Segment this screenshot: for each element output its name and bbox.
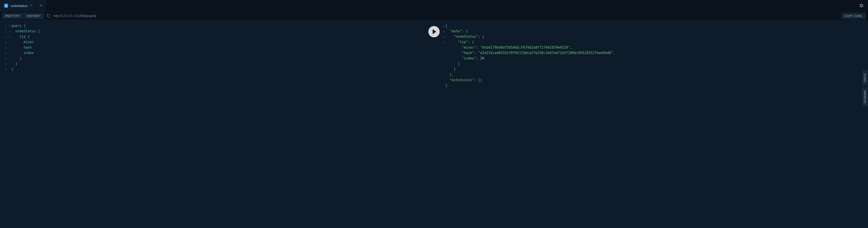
schema-tab[interactable]: SCHEMA <box>862 87 868 106</box>
query-editor[interactable]: 1▼query {2▼ nodeStatus {3▼ tip {4 miner5… <box>0 20 434 228</box>
main-split: 1▼query {2▼ nodeStatus {3▼ tip {4 miner5… <box>0 20 868 228</box>
docs-tab[interactable]: DOCS <box>862 70 868 85</box>
response-viewer: ▼{ ▼ "data": { ▼ "nodeStatus": { ▼ "tip"… <box>434 20 868 228</box>
add-tab-button[interactable]: + <box>36 0 46 11</box>
endpoint-input[interactable] <box>53 13 839 19</box>
toolbar: PRETTIFY HISTORY COPY CURL <box>0 11 868 20</box>
query-badge-icon: Q <box>4 4 8 8</box>
history-button[interactable]: HISTORY <box>24 13 44 19</box>
reload-icon[interactable] <box>46 14 51 18</box>
close-icon[interactable]: × <box>30 4 32 8</box>
copy-curl-button[interactable]: COPY CURL <box>841 13 866 19</box>
play-button[interactable] <box>428 25 440 38</box>
gear-icon[interactable] <box>859 3 864 8</box>
tab-title: nodeStatus <box>10 4 28 8</box>
tab-nodestatus[interactable]: Q nodeStatus × <box>0 0 36 11</box>
tab-bar: Q nodeStatus × + <box>0 0 868 11</box>
prettify-button[interactable]: PRETTIFY <box>2 13 23 19</box>
